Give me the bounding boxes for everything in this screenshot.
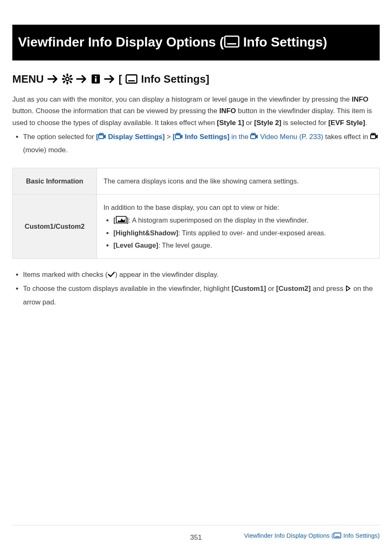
arrow-right-icon bbox=[76, 74, 88, 84]
svg-rect-14 bbox=[126, 75, 137, 83]
notes-list: Items marked with checks () appear in th… bbox=[12, 269, 380, 309]
style2-label: [Style 2] bbox=[254, 119, 281, 127]
menu-word: MENU bbox=[12, 73, 44, 86]
row-header-basic-info: Basic Information bbox=[13, 168, 97, 194]
note-text: or bbox=[266, 285, 277, 292]
option-label: [Highlight&Shadow] bbox=[113, 229, 178, 237]
svg-point-2 bbox=[65, 77, 69, 81]
svg-rect-7 bbox=[62, 75, 65, 78]
svg-rect-0 bbox=[225, 36, 239, 47]
movie-icon bbox=[370, 132, 378, 144]
intro-text: or bbox=[244, 119, 254, 127]
svg-rect-12 bbox=[95, 76, 97, 77]
svg-rect-9 bbox=[62, 81, 65, 84]
link-text: in the bbox=[229, 133, 250, 141]
check-icon bbox=[108, 269, 115, 282]
menu-label: Info Settings] bbox=[141, 73, 209, 86]
svg-rect-1 bbox=[227, 43, 236, 44]
title-suffix: Info Settings) bbox=[240, 35, 327, 49]
cell-intro: In addition to the base display, you can… bbox=[104, 204, 279, 211]
svg-rect-3 bbox=[67, 74, 68, 76]
histogram-icon bbox=[116, 216, 127, 227]
histogram-option: []: A histogram superimposed on the disp… bbox=[113, 215, 373, 227]
right-arrow-pad-icon bbox=[345, 283, 351, 296]
svg-rect-10 bbox=[69, 81, 72, 84]
bracket-open: [ bbox=[119, 73, 122, 86]
row-header-custom: Custom1/Custom2 bbox=[13, 194, 97, 258]
option-text: : The level gauge. bbox=[158, 241, 212, 249]
arrow-right-icon bbox=[47, 74, 59, 84]
movie-icon bbox=[175, 132, 183, 144]
note-text: (movie) mode. bbox=[23, 146, 68, 154]
display-settings-link[interactable]: [ Display Settings] bbox=[96, 133, 165, 141]
page-title: Viewfinder Info Display Options ( Info S… bbox=[12, 25, 380, 60]
intro-text: Just as you can with the monitor, you ca… bbox=[12, 95, 352, 103]
svg-rect-29 bbox=[334, 533, 341, 538]
svg-rect-13 bbox=[95, 78, 97, 82]
highlight-shadow-option: [Highlight&Shadow]: Tints applied to ove… bbox=[113, 227, 373, 239]
video-menu-note: The option selected for [ Display Settin… bbox=[23, 131, 380, 156]
footer-section-link[interactable]: Viewfinder Info Display Options ( Info S… bbox=[244, 531, 380, 541]
page-footer: 351 Viewfinder Info Display Options ( In… bbox=[12, 525, 380, 541]
note-text: > bbox=[165, 133, 173, 141]
option-text: : Tints applied to over- and under-expos… bbox=[178, 229, 326, 237]
custom-displays-note: To choose the custom displays available … bbox=[23, 283, 380, 309]
table-row: Custom1/Custom2 In addition to the base … bbox=[13, 194, 380, 258]
note-text: Items marked with checks ( bbox=[23, 271, 108, 278]
row-cell-custom: In addition to the base display, you can… bbox=[97, 194, 380, 258]
note-text: takes effect in bbox=[323, 133, 370, 141]
intro-text: . bbox=[365, 119, 367, 127]
footer-link-text: Viewfinder Info Display Options ( bbox=[244, 532, 333, 539]
note-text: The option selected for bbox=[23, 133, 96, 141]
options-table: Basic Information The camera displays ic… bbox=[12, 168, 380, 259]
option-label: [Level Gauge] bbox=[113, 241, 158, 249]
info-button-label: INFO bbox=[219, 107, 236, 115]
table-row: Basic Information The camera displays ic… bbox=[13, 168, 380, 194]
evf-frame-icon bbox=[333, 532, 341, 541]
link-text: Info Settings] bbox=[183, 133, 229, 141]
custom1-label: [Custom1] bbox=[231, 285, 266, 292]
gear-icon bbox=[62, 74, 73, 84]
intro-paragraph: Just as you can with the monitor, you ca… bbox=[12, 94, 380, 130]
tab-i-icon bbox=[91, 74, 101, 84]
option-text: : A histogram superimposed on the displa… bbox=[129, 216, 309, 224]
menu-path-heading: MENU [ Info Settings] bbox=[12, 73, 380, 86]
svg-rect-15 bbox=[128, 80, 135, 81]
page-number: 351 bbox=[190, 534, 202, 542]
intro-text: is selected for bbox=[281, 119, 328, 127]
row-cell-basic-info: The camera displays icons and the like s… bbox=[97, 168, 380, 194]
intro-bullet-list: The option selected for [ Display Settin… bbox=[12, 131, 380, 156]
note-text: and press bbox=[311, 285, 345, 292]
note-text: To choose the custom displays available … bbox=[23, 285, 231, 292]
info-settings-link[interactable]: [ Info Settings] in the Video Menu (P. 2… bbox=[173, 133, 323, 141]
evf-frame-icon bbox=[224, 36, 240, 51]
link-text: Display Settings] bbox=[106, 133, 165, 141]
cell-bullet-list: []: A histogram superimposed on the disp… bbox=[104, 215, 373, 251]
svg-rect-6 bbox=[70, 78, 73, 80]
info-button-label: INFO bbox=[352, 95, 369, 103]
custom2-label: [Custom2] bbox=[276, 285, 311, 292]
title-prefix: Viewfinder Info Display Options ( bbox=[18, 35, 224, 49]
style1-label: [Style 1] bbox=[217, 119, 244, 127]
evf-frame-icon bbox=[125, 74, 138, 84]
intro-text: button. Choose the information that can … bbox=[12, 107, 219, 115]
arrow-right-icon bbox=[104, 74, 115, 84]
footer-link-text: Info Settings) bbox=[341, 532, 380, 539]
movie-icon bbox=[250, 132, 258, 144]
svg-rect-5 bbox=[62, 78, 65, 80]
svg-rect-8 bbox=[69, 75, 72, 78]
movie-icon bbox=[98, 132, 106, 144]
link-text: Video Menu (P. 233) bbox=[258, 133, 323, 141]
svg-rect-30 bbox=[335, 536, 339, 537]
evf-style-label: [EVF Style] bbox=[328, 119, 365, 127]
level-gauge-option: [Level Gauge]: The level gauge. bbox=[113, 240, 373, 251]
svg-rect-4 bbox=[67, 82, 68, 84]
note-text: ) appear in the viewfinder display. bbox=[115, 271, 219, 278]
checks-note: Items marked with checks () appear in th… bbox=[23, 269, 380, 282]
